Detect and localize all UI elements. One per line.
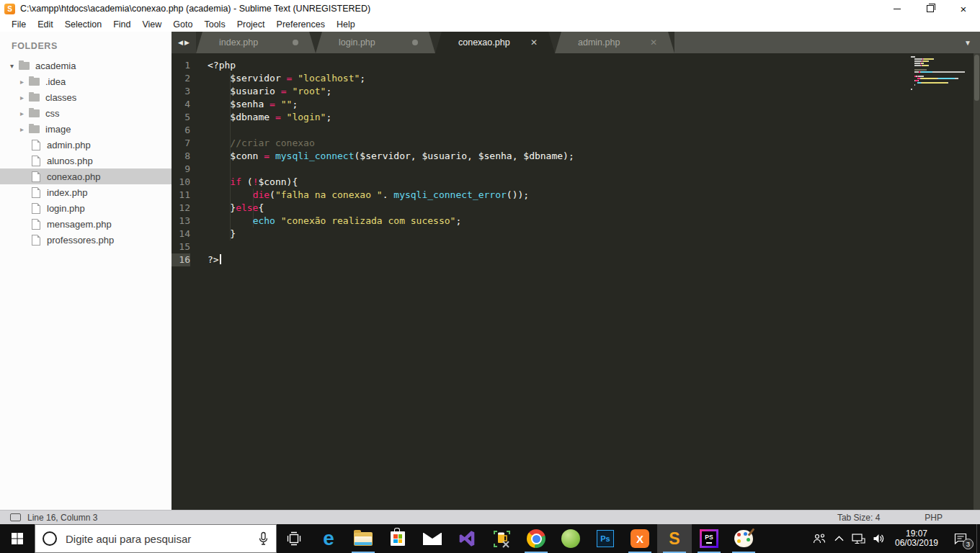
taskbar-button-sublime-text[interactable]: S — [657, 524, 692, 553]
tree-item-label: mensagem.php — [47, 219, 112, 230]
menu-bar: FileEditSelectionFindViewGotoToolsProjec… — [0, 17, 980, 32]
tab-scroll-right-icon[interactable]: ▶ — [184, 39, 190, 46]
syntax-indicator[interactable]: PHP — [925, 513, 943, 523]
close-button[interactable]: × — [947, 0, 980, 17]
vertical-scrollbar[interactable] — [974, 53, 980, 510]
task-view-button[interactable] — [277, 524, 311, 553]
menu-file[interactable]: File — [6, 19, 32, 30]
code-line-9[interactable]: 9 — [172, 163, 915, 176]
code-line-8[interactable]: 8 $conn = mysqli_connect($servidor, $usu… — [172, 150, 915, 163]
code-text: }else{ — [190, 202, 264, 215]
tree-item-label: login.php — [47, 203, 85, 214]
action-center-button[interactable]: 3 — [945, 524, 976, 553]
code-line-2[interactable]: 2 $servidor = "localhost"; — [172, 72, 915, 85]
tree-item-index.php[interactable]: index.php — [0, 184, 172, 200]
network-button[interactable] — [848, 524, 868, 553]
tree-item-professores.php[interactable]: professores.php — [0, 232, 172, 248]
tree-item-label: classes — [45, 92, 76, 103]
menu-help[interactable]: Help — [331, 19, 361, 30]
taskbar-button-edge[interactable]: e — [311, 524, 346, 553]
tree-item-academia[interactable]: ▾academia — [0, 58, 172, 73]
tab-scroll-arrows[interactable]: ◀ ▶ — [172, 32, 196, 53]
mail-icon — [423, 533, 442, 545]
line-number: 1 — [172, 59, 190, 72]
taskbar-button-beer-tools[interactable] — [484, 524, 519, 553]
taskbar-search-box[interactable] — [35, 524, 277, 553]
menu-project[interactable]: Project — [231, 19, 271, 30]
file-icon — [32, 203, 40, 214]
tab-close-icon[interactable]: ✕ — [530, 38, 538, 47]
tree-item-admin.php[interactable]: admin.php — [0, 137, 172, 153]
tab-login.php[interactable]: login.php — [316, 32, 435, 53]
start-button[interactable] — [0, 524, 35, 553]
code-line-13[interactable]: 13 echo "conexão realizada com sucesso"; — [172, 215, 915, 228]
tab-index.php[interactable]: index.php — [196, 32, 316, 53]
taskbar-button-file-explorer[interactable] — [346, 524, 380, 553]
minimize-button[interactable] — [881, 0, 914, 17]
menu-preferences[interactable]: Preferences — [271, 19, 331, 30]
code-line-3[interactable]: 3 $usuario = "root"; — [172, 85, 915, 98]
tree-item-.idea[interactable]: ▸.idea — [0, 73, 172, 89]
people-button[interactable] — [809, 524, 829, 553]
code-line-7[interactable]: 7 //criar conexao — [172, 137, 915, 150]
taskbar-button-photoshop[interactable]: Ps — [588, 524, 623, 553]
show-desktop-button[interactable] — [976, 524, 980, 553]
minimap[interactable] — [911, 56, 968, 91]
restore-button[interactable] — [914, 0, 947, 17]
chevron-right-icon[interactable]: ▸ — [20, 78, 29, 86]
menu-view[interactable]: View — [136, 19, 167, 30]
menu-goto[interactable]: Goto — [167, 19, 198, 30]
code-line-10[interactable]: 10 if (!$conn){ — [172, 176, 915, 189]
taskbar-apps: ePsXSPS — [311, 524, 761, 553]
chevron-right-icon[interactable]: ▸ — [20, 109, 29, 117]
taskbar-button-mail[interactable] — [415, 524, 450, 553]
chevron-right-icon[interactable]: ▸ — [20, 94, 29, 102]
microphone-icon[interactable] — [258, 531, 269, 546]
code-line-4[interactable]: 4 $senha = ""; — [172, 98, 915, 111]
tree-item-conexao.php[interactable]: conexao.php — [0, 168, 172, 184]
tree-item-css[interactable]: ▸css — [0, 105, 172, 121]
tab-scroll-left-icon[interactable]: ◀ — [178, 39, 183, 46]
code-line-1[interactable]: 1<?php — [172, 59, 915, 72]
taskbar-button-xampp[interactable]: X — [623, 524, 657, 553]
code-line-14[interactable]: 14 } — [172, 228, 915, 240]
chevron-down-icon[interactable]: ▾ — [10, 62, 19, 70]
menu-selection[interactable]: Selection — [59, 19, 107, 30]
tab-admin.php[interactable]: admin.php✕ — [555, 32, 674, 53]
tab-close-icon[interactable]: ✕ — [650, 38, 657, 47]
tab-overflow-icon[interactable]: ▼ — [964, 39, 971, 47]
scrollbar-thumb[interactable] — [974, 55, 979, 101]
volume-button[interactable] — [868, 524, 888, 553]
tab-size-indicator[interactable]: Tab Size: 4 — [837, 513, 880, 523]
file-icon — [32, 235, 40, 246]
menu-find[interactable]: Find — [107, 19, 136, 30]
taskbar-button-android-studio[interactable] — [553, 524, 588, 553]
taskbar-button-phpstorm[interactable]: PS — [692, 524, 726, 553]
code-line-16[interactable]: 16?> — [172, 253, 915, 266]
tree-item-image[interactable]: ▸image — [0, 121, 172, 137]
tree-item-alunos.php[interactable]: alunos.php — [0, 153, 172, 168]
taskbar-button-paint[interactable] — [726, 524, 761, 553]
code-line-6[interactable]: 6 — [172, 124, 915, 137]
code-line-12[interactable]: 12 }else{ — [172, 202, 915, 215]
menu-tools[interactable]: Tools — [198, 19, 231, 30]
cortana-icon — [43, 531, 57, 546]
hidden-icons-button[interactable] — [829, 524, 848, 553]
tree-item-mensagem.php[interactable]: mensagem.php — [0, 216, 172, 232]
taskbar-button-chrome[interactable] — [519, 524, 553, 553]
tree-item-classes[interactable]: ▸classes — [0, 89, 172, 105]
line-number: 9 — [172, 163, 190, 176]
chevron-right-icon[interactable]: ▸ — [20, 125, 29, 133]
code-line-5[interactable]: 5 $dbname = "login"; — [172, 111, 915, 124]
taskbar-clock[interactable]: 19:07 06/03/2019 — [888, 529, 945, 548]
taskbar-button-microsoft-store[interactable] — [380, 524, 415, 553]
code-line-11[interactable]: 11 die("falha na conexao ". mysqli_conne… — [172, 189, 915, 202]
code-editor[interactable]: 1<?php2 $servidor = "localhost";3 $usuar… — [172, 53, 980, 510]
code-line-15[interactable]: 15 — [172, 240, 915, 253]
tree-item-login.php[interactable]: login.php — [0, 200, 172, 216]
search-input[interactable] — [64, 532, 258, 546]
sublime-text-icon: S — [669, 531, 680, 547]
tab-conexao.php[interactable]: conexao.php✕ — [435, 32, 555, 53]
menu-edit[interactable]: Edit — [32, 19, 59, 30]
taskbar-button-visual-studio[interactable] — [450, 524, 484, 553]
